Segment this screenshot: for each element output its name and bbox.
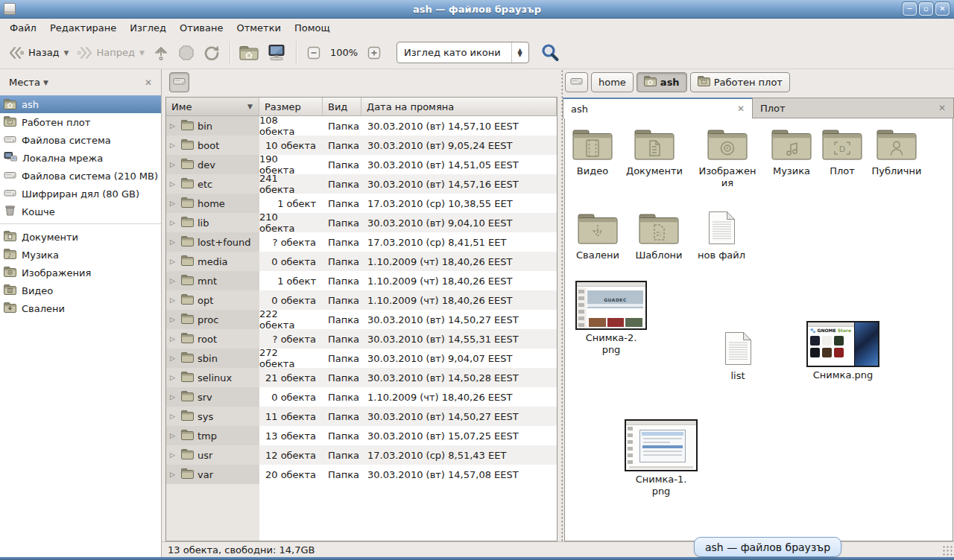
table-row-sbin[interactable]: ▷sbin272 обектаПапка30.03.2010 (вт) 9,04… [166, 349, 557, 368]
expander-icon[interactable]: ▷ [170, 451, 177, 459]
expander-icon[interactable]: ▷ [170, 296, 177, 304]
table-row-sys[interactable]: ▷sys11 обектаПапка30.03.2010 (вт) 14,50,… [166, 407, 557, 426]
tab-ash[interactable]: ash✕ [563, 98, 753, 118]
table-row-root[interactable]: ▷root? обектаПапка30.03.2010 (вт) 14,55,… [166, 329, 557, 349]
view-mode-select[interactable]: Изглед като икони ▲▼ [397, 42, 529, 63]
expander-icon[interactable]: ▷ [170, 141, 177, 149]
table-row-dev[interactable]: ▷dev190 обектаПапка30.03.2010 (вт) 14,51… [166, 155, 557, 174]
sidebar-item-музика[interactable]: ♪Музика [0, 246, 161, 264]
menu-изглед[interactable]: Изглед [123, 21, 173, 35]
column-header-0[interactable]: Име▼ [166, 98, 259, 115]
root-location-button[interactable] [169, 72, 189, 92]
sidebar-item-работен-плот[interactable]: Работен плот [0, 113, 161, 131]
expander-icon[interactable]: ▷ [170, 393, 177, 401]
zoom-in-button[interactable] [362, 42, 386, 64]
table-row-usr[interactable]: ▷usr12 обектаПапка17.03.2010 (ср) 8,51,4… [166, 445, 557, 465]
table-row-media[interactable]: ▷media0 обектаПапка1.10.2009 (чт) 18,40,… [166, 252, 557, 271]
menu-помощ[interactable]: Помощ [288, 21, 337, 35]
forward-button[interactable]: Напред ▼ [73, 42, 148, 63]
minimize-button[interactable]: ─ [903, 2, 917, 16]
table-row-srv[interactable]: ▷srv0 обектаПапка1.10.2009 (чт) 18,40,26… [166, 387, 557, 407]
icon-item-шаблони[interactable]: Шаблони [625, 213, 693, 261]
table-row-bin[interactable]: ▷bin108 обектаПапка30.03.2010 (вт) 14,57… [166, 116, 557, 136]
maximize-button[interactable]: ▫ [919, 2, 933, 16]
breadcrumb-ash[interactable]: ash [636, 72, 687, 92]
sidebar-item-документи[interactable]: Документи [0, 228, 161, 246]
table-row-tmp[interactable]: ▷tmp13 обектаПапка30.03.2010 (вт) 15,07,… [166, 426, 557, 445]
table-row-mnt[interactable]: ▷mnt1 обектПапка1.10.2009 (чт) 18,40,26 … [166, 271, 557, 290]
icon-item-свалени[interactable]: Свалени [564, 213, 632, 261]
close-button[interactable]: ✕ [935, 2, 950, 16]
sidebar-item-шифриран-дял-80-gb-[interactable]: Шифриран дял (80 GB) [0, 185, 161, 203]
search-button[interactable] [538, 41, 562, 65]
zoom-out-button[interactable] [302, 42, 326, 64]
sidebar-title-select[interactable]: Места ▼ [9, 77, 48, 88]
expander-icon[interactable]: ▷ [170, 277, 177, 284]
menu-отиване[interactable]: Отиване [173, 21, 230, 35]
computer-button[interactable] [262, 41, 291, 65]
titlebar[interactable]: ash — файлов браузър ─ ▫ ✕ [0, 0, 954, 19]
expander-icon[interactable]: ▷ [170, 219, 177, 226]
table-row-etc[interactable]: ▷etc241 обектаПапка30.03.2010 (вт) 14,57… [166, 174, 557, 194]
expander-icon[interactable]: ▷ [170, 432, 177, 439]
table-row-opt[interactable]: ▷opt0 обектаПапка1.10.2009 (чт) 18,40,26… [166, 290, 557, 310]
table-row-proc[interactable]: ▷proc222 обектаПапка30.03.2010 (вт) 14,5… [166, 310, 557, 329]
table-row-home[interactable]: ▷home1 обектПапка17.03.2010 (ср) 10,38,5… [166, 194, 557, 213]
back-dropdown-icon[interactable]: ▼ [64, 49, 69, 57]
column-header-3[interactable]: Дата на промяна [361, 98, 557, 115]
menu-редактиране[interactable]: Редактиране [43, 21, 123, 35]
expander-icon[interactable]: ▷ [170, 374, 177, 381]
expander-icon[interactable]: ▷ [170, 258, 177, 265]
breadcrumb-home[interactable]: home [591, 72, 634, 92]
icon-item-видео[interactable]: Видео [564, 129, 625, 177]
expander-icon[interactable]: ▷ [170, 316, 177, 323]
sidebar-item-кошче[interactable]: Кошче [0, 203, 161, 220]
menu-отметки[interactable]: Отметки [230, 21, 287, 35]
menu-файл[interactable]: Файл [3, 21, 43, 35]
expander-icon[interactable]: ▷ [170, 471, 177, 478]
sidebar-close-icon[interactable]: ✕ [145, 77, 152, 88]
sidebar-item-файлова-система[interactable]: Файлова система [0, 131, 161, 149]
icon-item-снимка-png[interactable]: 🐾 GNOME StoreСнимка.png [802, 321, 884, 381]
tab-close-icon[interactable]: ✕ [931, 103, 946, 113]
breadcrumb-root[interactable] [565, 72, 588, 92]
icon-item-нов-файл[interactable]: нов файл [687, 211, 756, 261]
up-button[interactable] [148, 41, 174, 65]
home-button[interactable] [236, 42, 262, 64]
column-header-1[interactable]: Размер [259, 98, 323, 115]
sidebar-item-изображения[interactable]: Изображения [0, 264, 161, 281]
resize-grip[interactable] [942, 545, 953, 556]
table-row-var[interactable]: ▷var20 обектаПапка30.03.2010 (вт) 14,57,… [166, 465, 557, 484]
forward-dropdown-icon[interactable]: ▼ [139, 49, 145, 57]
table-row-selinux[interactable]: ▷selinux21 обектаПапка30.03.2010 (вт) 14… [166, 368, 557, 387]
expander-icon[interactable]: ▷ [170, 413, 177, 420]
stop-button[interactable] [174, 41, 199, 65]
sidebar-item-ash[interactable]: ash [0, 95, 161, 113]
table-row-boot[interactable]: ▷boot10 обектаПапка30.03.2010 (вт) 9,05,… [166, 136, 557, 155]
breadcrumb-работен-плот[interactable]: Работен плот [690, 72, 790, 92]
expander-icon[interactable]: ▷ [170, 335, 177, 343]
expander-icon[interactable]: ▷ [170, 200, 177, 207]
expander-icon[interactable]: ▷ [170, 122, 177, 130]
icon-view[interactable]: ВидеоДокументиИзображенияМузикаDПлотПубл… [564, 118, 953, 541]
sidebar-item-видео[interactable]: Видео [0, 281, 161, 299]
tab-плот[interactable]: Плот✕ [753, 98, 954, 118]
expander-icon[interactable]: ▷ [170, 180, 177, 188]
icon-item-документи[interactable]: Документи [620, 129, 689, 177]
icon-item-list[interactable]: list [705, 331, 771, 382]
column-header-2[interactable]: Вид [323, 98, 361, 115]
sidebar-item-свалени[interactable]: Свалени [0, 299, 161, 317]
expander-icon[interactable]: ▷ [170, 354, 177, 362]
icon-item-изображения[interactable]: Изображения [697, 129, 758, 189]
table-row-lost+found[interactable]: ▷lost+found? обектаПапка17.03.2010 (ср) … [166, 232, 557, 252]
icon-item-снимка-1-png[interactable]: Снимка-1.png [633, 419, 689, 497]
sidebar-item-локална-мрежа[interactable]: Локална мрежа [0, 149, 161, 167]
icon-item-публични[interactable]: Публични [862, 129, 931, 177]
expander-icon[interactable]: ▷ [170, 238, 177, 246]
table-row-lib[interactable]: ▷lib210 обектаПапка30.03.2010 (вт) 9,04,… [166, 213, 557, 232]
expander-icon[interactable]: ▷ [170, 161, 177, 168]
sidebar-item-файлова-система-210-mb-[interactable]: Файлова система (210 MB) [0, 167, 161, 185]
tab-close-icon[interactable]: ✕ [730, 104, 745, 114]
back-button[interactable]: Назад ▼ [4, 42, 73, 63]
reload-button[interactable] [199, 41, 224, 65]
